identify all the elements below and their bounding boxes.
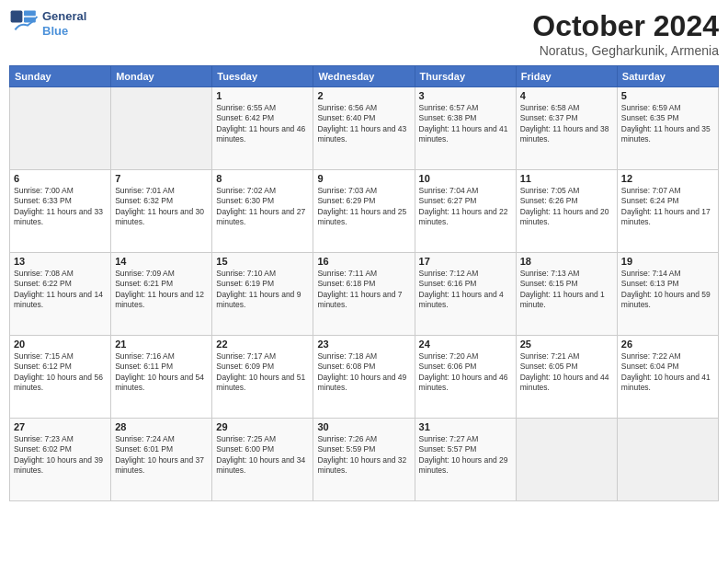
day-info: Sunrise: 7:03 AM Sunset: 6:29 PM Dayligh… <box>317 186 410 228</box>
calendar-cell <box>617 419 718 501</box>
day-info: Sunrise: 7:20 AM Sunset: 6:06 PM Dayligh… <box>419 351 512 394</box>
calendar-cell: 12Sunrise: 7:07 AM Sunset: 6:24 PM Dayli… <box>617 170 718 253</box>
day-number: 29 <box>216 421 309 432</box>
day-info: Sunrise: 7:24 AM Sunset: 6:01 PM Dayligh… <box>115 434 208 477</box>
logo-blue: Blue <box>42 24 68 38</box>
day-number: 8 <box>216 173 309 184</box>
day-number: 5 <box>621 90 714 101</box>
day-number: 13 <box>14 256 107 267</box>
calendar-cell: 29Sunrise: 7:25 AM Sunset: 6:00 PM Dayli… <box>212 419 313 501</box>
day-number: 16 <box>317 256 410 267</box>
day-number: 1 <box>216 90 309 101</box>
page: General Blue October 2024 Noratus, Gegha… <box>0 0 728 563</box>
day-info: Sunrise: 7:27 AM Sunset: 5:57 PM Dayligh… <box>419 434 512 477</box>
day-number: 26 <box>621 339 714 350</box>
day-info: Sunrise: 7:21 AM Sunset: 6:05 PM Dayligh… <box>520 351 613 394</box>
weekday-header: Thursday <box>415 66 516 87</box>
calendar-cell: 28Sunrise: 7:24 AM Sunset: 6:01 PM Dayli… <box>111 419 212 501</box>
calendar-cell: 23Sunrise: 7:18 AM Sunset: 6:08 PM Dayli… <box>313 336 415 419</box>
day-info: Sunrise: 7:00 AM Sunset: 6:33 PM Dayligh… <box>14 186 107 228</box>
day-info: Sunrise: 7:17 AM Sunset: 6:09 PM Dayligh… <box>216 351 309 394</box>
logo-general: General <box>42 9 86 23</box>
calendar-cell: 2Sunrise: 6:56 AM Sunset: 6:40 PM Daylig… <box>313 87 415 170</box>
day-number: 11 <box>520 173 613 184</box>
calendar-cell: 11Sunrise: 7:05 AM Sunset: 6:26 PM Dayli… <box>516 170 617 253</box>
day-info: Sunrise: 7:02 AM Sunset: 6:30 PM Dayligh… <box>216 186 309 228</box>
calendar-cell: 26Sunrise: 7:22 AM Sunset: 6:04 PM Dayli… <box>617 336 718 419</box>
calendar-cell: 14Sunrise: 7:09 AM Sunset: 6:21 PM Dayli… <box>111 253 212 336</box>
calendar-week-row: 20Sunrise: 7:15 AM Sunset: 6:12 PM Dayli… <box>10 336 719 419</box>
day-info: Sunrise: 7:11 AM Sunset: 6:18 PM Dayligh… <box>317 269 410 311</box>
day-number: 28 <box>115 421 208 432</box>
day-info: Sunrise: 6:56 AM Sunset: 6:40 PM Dayligh… <box>317 103 410 145</box>
day-number: 18 <box>520 256 613 267</box>
calendar-cell: 3Sunrise: 6:57 AM Sunset: 6:38 PM Daylig… <box>415 87 516 170</box>
day-info: Sunrise: 7:10 AM Sunset: 6:19 PM Dayligh… <box>216 269 309 311</box>
day-info: Sunrise: 7:08 AM Sunset: 6:22 PM Dayligh… <box>14 269 107 311</box>
calendar-cell: 1Sunrise: 6:55 AM Sunset: 6:42 PM Daylig… <box>212 87 313 170</box>
weekday-header: Friday <box>516 66 617 87</box>
day-number: 27 <box>14 421 107 432</box>
calendar-cell: 17Sunrise: 7:12 AM Sunset: 6:16 PM Dayli… <box>415 253 516 336</box>
day-info: Sunrise: 7:09 AM Sunset: 6:21 PM Dayligh… <box>115 269 208 311</box>
day-number: 2 <box>317 90 410 101</box>
day-number: 9 <box>317 173 410 184</box>
calendar-week-row: 13Sunrise: 7:08 AM Sunset: 6:22 PM Dayli… <box>10 253 719 336</box>
day-number: 10 <box>419 173 512 184</box>
svg-rect-0 <box>11 11 23 23</box>
day-info: Sunrise: 7:01 AM Sunset: 6:32 PM Dayligh… <box>115 186 208 228</box>
title-block: October 2024 Noratus, Gegharkunik, Armen… <box>532 9 719 58</box>
day-info: Sunrise: 7:12 AM Sunset: 6:16 PM Dayligh… <box>419 269 512 311</box>
calendar-cell: 31Sunrise: 7:27 AM Sunset: 5:57 PM Dayli… <box>415 419 516 501</box>
day-info: Sunrise: 7:23 AM Sunset: 6:02 PM Dayligh… <box>14 434 107 477</box>
calendar-table: SundayMondayTuesdayWednesdayThursdayFrid… <box>9 65 719 501</box>
day-number: 6 <box>14 173 107 184</box>
calendar-cell: 25Sunrise: 7:21 AM Sunset: 6:05 PM Dayli… <box>516 336 617 419</box>
svg-rect-1 <box>24 11 36 17</box>
day-info: Sunrise: 7:13 AM Sunset: 6:15 PM Dayligh… <box>520 269 613 311</box>
weekday-header: Wednesday <box>313 66 415 87</box>
calendar-cell: 27Sunrise: 7:23 AM Sunset: 6:02 PM Dayli… <box>10 419 111 501</box>
day-info: Sunrise: 7:16 AM Sunset: 6:11 PM Dayligh… <box>115 351 208 394</box>
day-number: 24 <box>419 339 512 350</box>
day-info: Sunrise: 7:14 AM Sunset: 6:13 PM Dayligh… <box>621 269 714 311</box>
day-number: 17 <box>419 256 512 267</box>
day-number: 25 <box>520 339 613 350</box>
logo: General Blue <box>9 9 86 39</box>
day-info: Sunrise: 6:55 AM Sunset: 6:42 PM Dayligh… <box>216 103 309 145</box>
day-info: Sunrise: 7:18 AM Sunset: 6:08 PM Dayligh… <box>317 351 410 394</box>
calendar-cell <box>10 87 111 170</box>
day-number: 31 <box>419 421 512 432</box>
calendar-cell: 6Sunrise: 7:00 AM Sunset: 6:33 PM Daylig… <box>10 170 111 253</box>
calendar-cell: 24Sunrise: 7:20 AM Sunset: 6:06 PM Dayli… <box>415 336 516 419</box>
day-number: 15 <box>216 256 309 267</box>
calendar-cell: 4Sunrise: 6:58 AM Sunset: 6:37 PM Daylig… <box>516 87 617 170</box>
logo-icon <box>9 9 39 39</box>
day-info: Sunrise: 6:59 AM Sunset: 6:35 PM Dayligh… <box>621 103 714 145</box>
day-number: 21 <box>115 339 208 350</box>
calendar-cell: 16Sunrise: 7:11 AM Sunset: 6:18 PM Dayli… <box>313 253 415 336</box>
day-number: 19 <box>621 256 714 267</box>
calendar-cell: 7Sunrise: 7:01 AM Sunset: 6:32 PM Daylig… <box>111 170 212 253</box>
calendar-cell: 19Sunrise: 7:14 AM Sunset: 6:13 PM Dayli… <box>617 253 718 336</box>
month-title: October 2024 <box>532 9 719 43</box>
day-info: Sunrise: 7:22 AM Sunset: 6:04 PM Dayligh… <box>621 351 714 394</box>
day-number: 30 <box>317 421 410 432</box>
calendar-cell: 13Sunrise: 7:08 AM Sunset: 6:22 PM Dayli… <box>10 253 111 336</box>
calendar-cell: 10Sunrise: 7:04 AM Sunset: 6:27 PM Dayli… <box>415 170 516 253</box>
day-info: Sunrise: 6:58 AM Sunset: 6:37 PM Dayligh… <box>520 103 613 145</box>
calendar-cell <box>111 87 212 170</box>
day-info: Sunrise: 7:26 AM Sunset: 5:59 PM Dayligh… <box>317 434 410 477</box>
calendar-cell: 20Sunrise: 7:15 AM Sunset: 6:12 PM Dayli… <box>10 336 111 419</box>
calendar-cell: 22Sunrise: 7:17 AM Sunset: 6:09 PM Dayli… <box>212 336 313 419</box>
calendar-cell: 21Sunrise: 7:16 AM Sunset: 6:11 PM Dayli… <box>111 336 212 419</box>
day-number: 14 <box>115 256 208 267</box>
weekday-header: Tuesday <box>212 66 313 87</box>
calendar-cell: 5Sunrise: 6:59 AM Sunset: 6:35 PM Daylig… <box>617 87 718 170</box>
day-number: 12 <box>621 173 714 184</box>
weekday-header: Saturday <box>617 66 718 87</box>
calendar-week-row: 6Sunrise: 7:00 AM Sunset: 6:33 PM Daylig… <box>10 170 719 253</box>
header: General Blue October 2024 Noratus, Gegha… <box>9 9 719 58</box>
location: Noratus, Gegharkunik, Armenia <box>532 43 719 58</box>
weekday-header: Sunday <box>10 66 111 87</box>
